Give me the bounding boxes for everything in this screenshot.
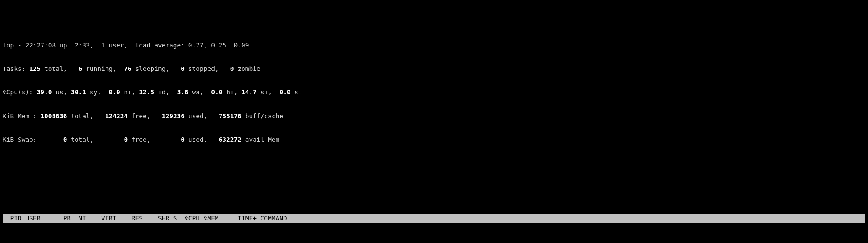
summary-line-cpu: %Cpu(s): 39.0 us, 30.1 sy, 0.0 ni, 12.5 … — [3, 88, 865, 96]
top-terminal[interactable]: top - 22:27:08 up 2:33, 1 user, load ave… — [0, 0, 868, 243]
summary-line-mem: KiB Mem : 1008636 total, 124224 free, 12… — [3, 112, 865, 120]
column-header: PID USER PR NI VIRT RES SHR S %CPU %MEM … — [3, 214, 865, 222]
summary-line-uptime: top - 22:27:08 up 2:33, 1 user, load ave… — [3, 41, 865, 49]
summary-line-swap: KiB Swap: 0 total, 0 free, 0 used. 63227… — [3, 136, 865, 143]
summary-line-tasks: Tasks: 125 total, 6 running, 76 sleeping… — [3, 65, 865, 73]
column-header-row: PID USER PR NI VIRT RES SHR S %CPU %MEM … — [3, 214, 865, 222]
blank-line — [3, 183, 865, 191]
top-summary: top - 22:27:08 up 2:33, 1 user, load ave… — [3, 25, 865, 159]
